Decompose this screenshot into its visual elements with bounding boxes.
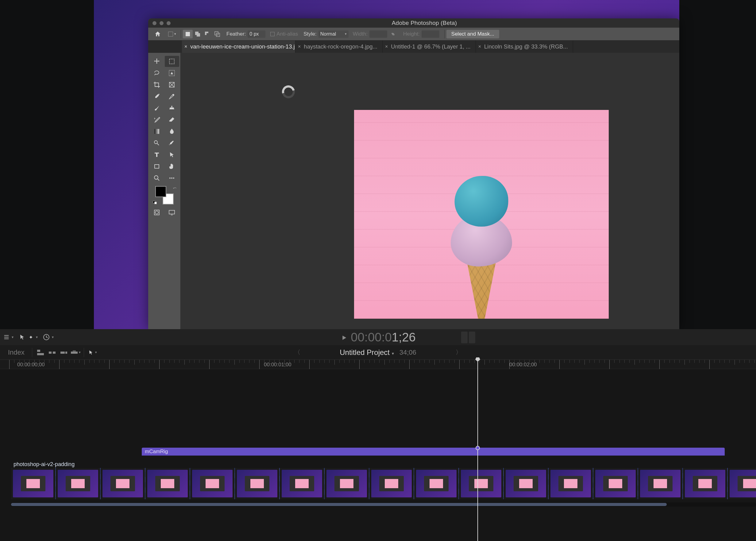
project-name[interactable]: Untitled Project ▾ [340, 348, 394, 357]
svg-rect-5 [206, 33, 210, 37]
height-label: Height: [403, 31, 420, 37]
tab-untitled[interactable]: × Untitled-1 @ 66.7% (Layer 1, ... [382, 41, 476, 53]
video-thumbnail[interactable] [414, 468, 458, 499]
svg-point-20 [155, 211, 158, 214]
playhead[interactable] [477, 360, 478, 541]
video-thumbnail[interactable] [190, 468, 234, 499]
canvas-image [354, 110, 609, 319]
video-thumbnail[interactable] [504, 468, 548, 499]
minimize-traffic-light[interactable] [159, 21, 163, 25]
canvas-area[interactable] [181, 53, 679, 329]
append-clip-icon[interactable] [58, 348, 70, 357]
primary-video-track[interactable] [11, 468, 756, 499]
rectangle-tool-icon[interactable] [149, 161, 164, 172]
select-and-mask-button[interactable]: Select and Mask... [446, 30, 499, 38]
blur-tool-icon[interactable] [165, 126, 179, 137]
zoom-tool-icon[interactable] [149, 173, 164, 184]
svg-rect-0 [168, 32, 173, 36]
close-icon[interactable]: × [298, 44, 301, 49]
home-icon[interactable] [152, 30, 163, 38]
video-thumbnail[interactable] [11, 468, 55, 499]
frame-tool-icon[interactable] [165, 79, 179, 90]
gradient-tool-icon[interactable] [149, 126, 164, 137]
tab-lincoln[interactable]: × Lincoln Sits.jpg @ 33.3% (RGB... [476, 41, 573, 53]
select-tool-icon[interactable]: ▾ [87, 348, 98, 357]
index-button[interactable]: Index [3, 348, 29, 356]
zoom-traffic-light[interactable] [166, 21, 170, 25]
close-icon[interactable]: × [184, 44, 187, 49]
video-thumbnail[interactable] [728, 468, 756, 499]
timecode-display[interactable]: 00:00:01;26 [340, 330, 415, 344]
selection-subtract-icon[interactable] [202, 30, 212, 38]
video-thumbnail[interactable] [101, 468, 145, 499]
pen-tool-icon[interactable] [165, 138, 179, 149]
svg-point-11 [173, 94, 174, 96]
video-thumbnail[interactable] [594, 468, 637, 499]
video-thumbnail[interactable] [370, 468, 413, 499]
video-thumbnail[interactable] [235, 468, 279, 499]
close-icon[interactable]: × [478, 44, 481, 49]
title-clip-mcamrig[interactable]: mCamRig [142, 448, 725, 456]
quick-mask-icon[interactable] [149, 207, 164, 218]
close-traffic-light[interactable] [152, 21, 156, 25]
path-selection-tool-icon[interactable] [165, 149, 179, 160]
swap-colors-icon[interactable]: ⤺ [173, 186, 177, 190]
window-title-text: Adobe Photoshop (Beta) [174, 20, 675, 26]
style-select[interactable]: Normal▾ [319, 30, 349, 38]
tools-dropdown[interactable]: ✦ ▾ [18, 333, 38, 341]
hand-tool-icon[interactable] [165, 161, 179, 172]
scrollbar-thumb[interactable] [11, 503, 667, 506]
timeline-horizontal-scrollbar[interactable] [11, 502, 756, 507]
video-thumbnail[interactable] [56, 468, 100, 499]
video-thumbnail[interactable] [638, 468, 682, 499]
width-label: Width: [353, 31, 368, 37]
clone-stamp-tool-icon[interactable] [165, 103, 179, 114]
screen-mode-icon[interactable] [165, 207, 179, 218]
selection-intersect-icon[interactable] [212, 30, 222, 38]
selection-add-icon[interactable] [193, 30, 202, 38]
eyedropper-tool-icon[interactable] [149, 91, 164, 102]
timeline-ruler[interactable]: 00:00:00;0000:00:01;0000:00:02;00 [0, 360, 756, 369]
move-tool-icon[interactable] [149, 56, 164, 67]
brush-tool-icon[interactable] [149, 103, 164, 114]
marquee-tool-icon[interactable] [165, 56, 179, 67]
swap-wh-icon[interactable] [390, 31, 396, 37]
crop-tool-icon[interactable] [149, 79, 164, 90]
edit-toolbar-icon[interactable] [165, 173, 179, 184]
play-icon[interactable] [340, 330, 348, 344]
video-thumbnail[interactable] [145, 468, 190, 499]
retiming-dropdown[interactable]: ▾ [43, 333, 54, 341]
video-thumbnail[interactable] [683, 468, 727, 499]
timeline-tracks[interactable]: mCamRig photoshop-ai-v2-padding [0, 369, 756, 541]
tab-van-leeuwen[interactable]: × van-leeuwen-ice-cream-union-station-13… [182, 41, 296, 53]
foreground-color-swatch[interactable] [155, 186, 166, 197]
feather-input[interactable]: 0 px [248, 30, 265, 38]
next-edit-icon[interactable]: 〉 [422, 348, 496, 356]
type-tool-icon[interactable] [149, 149, 164, 160]
eraser-tool-icon[interactable] [165, 114, 179, 125]
dodge-tool-icon[interactable] [149, 138, 164, 149]
trim-tool-dropdown[interactable]: ▾ [3, 334, 14, 340]
history-brush-tool-icon[interactable] [149, 114, 164, 125]
svg-point-17 [171, 178, 172, 179]
video-thumbnail[interactable] [280, 468, 324, 499]
marquee-preset-icon[interactable]: ▾ [166, 30, 178, 38]
toolbox: ⤺ [148, 53, 181, 329]
video-thumbnail[interactable] [459, 468, 503, 499]
selection-new-icon[interactable] [183, 30, 193, 38]
video-thumbnail[interactable] [325, 468, 369, 499]
healing-brush-tool-icon[interactable] [165, 91, 179, 102]
overwrite-clip-icon[interactable]: ▾ [70, 348, 81, 357]
prev-edit-icon[interactable]: 〈 [260, 348, 334, 356]
svg-rect-21 [169, 210, 174, 214]
default-colors-icon[interactable] [153, 201, 157, 205]
foreground-background-swatches[interactable]: ⤺ [155, 186, 174, 205]
video-thumbnail[interactable] [549, 468, 593, 499]
close-icon[interactable]: × [385, 44, 388, 49]
connect-clip-icon[interactable] [35, 348, 46, 357]
lasso-tool-icon[interactable] [149, 68, 164, 79]
antialias-checkbox: Anti-alias [270, 31, 298, 37]
object-selection-tool-icon[interactable] [165, 68, 179, 79]
tab-haystack[interactable]: × haystack-rock-oregon-4.jpg... [296, 41, 382, 53]
insert-clip-icon[interactable] [46, 348, 58, 357]
